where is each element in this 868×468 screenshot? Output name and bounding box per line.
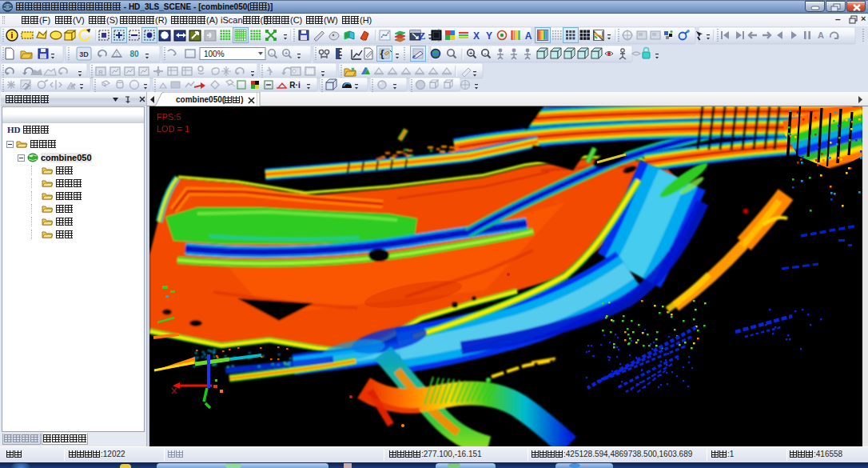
svg-text:A: A xyxy=(525,30,532,42)
svg-text:{: { xyxy=(380,47,384,59)
svg-text:100%: 100% xyxy=(204,50,225,58)
svg-text:80: 80 xyxy=(129,50,139,58)
svg-text:+: + xyxy=(469,50,472,56)
svg-text:3D: 3D xyxy=(79,50,89,58)
svg-text:+: + xyxy=(285,50,288,56)
svg-text:R: R xyxy=(98,69,103,76)
svg-text:FPS:5: FPS:5 xyxy=(157,112,181,122)
svg-text:X: X xyxy=(473,30,480,42)
svg-text:R·i: R·i xyxy=(289,81,301,90)
svg-text:LOD = 1: LOD = 1 xyxy=(157,124,189,134)
svg-text:i: i xyxy=(11,31,14,40)
svg-text:Y: Y xyxy=(486,30,492,42)
svg-text:Z: Z xyxy=(419,30,426,42)
svg-text:A: A xyxy=(818,30,824,40)
